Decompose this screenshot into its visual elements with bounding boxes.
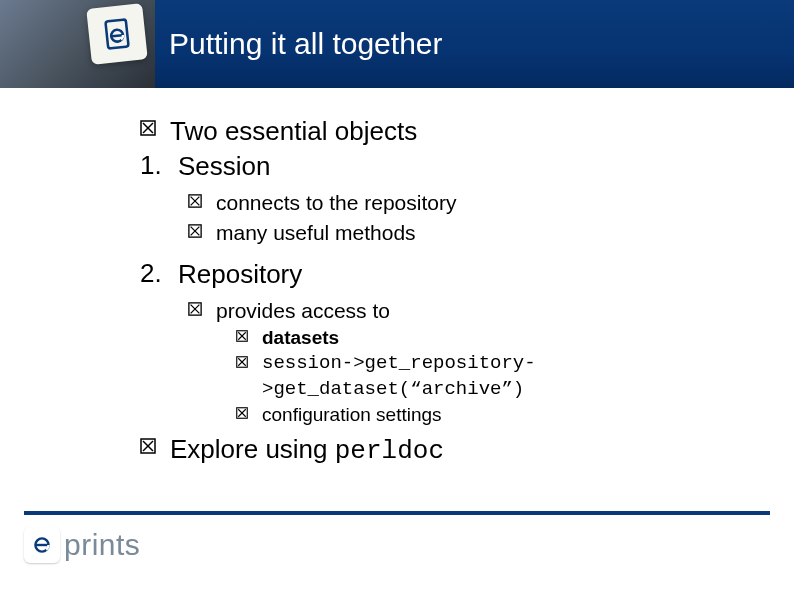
- bullet-text: Repository: [178, 257, 302, 292]
- bullet-text: datasets: [262, 325, 339, 351]
- bullet-lvl2: provides access to: [188, 296, 754, 325]
- bullet-lvl3: datasets: [236, 325, 754, 351]
- footer-logo: prints: [24, 527, 140, 563]
- footer-logo-text: prints: [64, 528, 140, 562]
- bullet-lvl2: connects to the repository: [188, 188, 754, 217]
- e-icon: [24, 527, 60, 563]
- xbox-bullet-icon: [188, 302, 202, 316]
- bullet-text: connects to the repository: [216, 188, 456, 217]
- numbered-item-2: 2. Repository: [140, 257, 754, 292]
- bullet-text: Explore using perldoc: [170, 432, 444, 469]
- bullet-lvl1: Two essential objects: [140, 114, 754, 149]
- slide-title: Putting it all together: [169, 27, 443, 61]
- number-marker: 2.: [140, 257, 164, 291]
- bullet-text: many useful methods: [216, 218, 416, 247]
- bullet-lvl3: session->get_repository->get_dataset(“ar…: [236, 351, 754, 402]
- bullet-text: Two essential objects: [170, 114, 417, 149]
- title-bar: Putting it all together: [155, 0, 794, 88]
- slide-header: Putting it all together: [0, 0, 794, 88]
- xbox-bullet-icon: [140, 438, 156, 454]
- bullet-lvl3: configuration settings: [236, 402, 754, 428]
- bullet-text: configuration settings: [262, 402, 442, 428]
- slide-footer: prints: [0, 499, 794, 595]
- numbered-item-1: 1. Session: [140, 149, 754, 184]
- slide-content: Two essential objects 1. Session connect…: [0, 88, 794, 469]
- xbox-bullet-icon: [236, 407, 248, 419]
- svg-line-2: [112, 35, 122, 36]
- svg-rect-0: [105, 19, 128, 48]
- xbox-bullet-icon: [188, 224, 202, 238]
- bullet-text-code: session->get_repository->get_dataset(“ar…: [262, 351, 754, 402]
- xbox-bullet-icon: [140, 120, 156, 136]
- e-badge-icon: [86, 3, 148, 65]
- bullet-lvl1: Explore using perldoc: [140, 432, 754, 469]
- xbox-bullet-icon: [188, 194, 202, 208]
- bullet-lvl2: many useful methods: [188, 218, 754, 247]
- xbox-bullet-icon: [236, 330, 248, 342]
- bullet-text-code: perldoc: [335, 436, 444, 466]
- bullet-text-prefix: Explore using: [170, 434, 335, 464]
- number-marker: 1.: [140, 149, 164, 183]
- bullet-text: provides access to: [216, 296, 390, 325]
- xbox-bullet-icon: [236, 356, 248, 368]
- bullet-text: Session: [178, 149, 271, 184]
- footer-divider: [24, 511, 770, 515]
- header-logo-area: [0, 0, 155, 88]
